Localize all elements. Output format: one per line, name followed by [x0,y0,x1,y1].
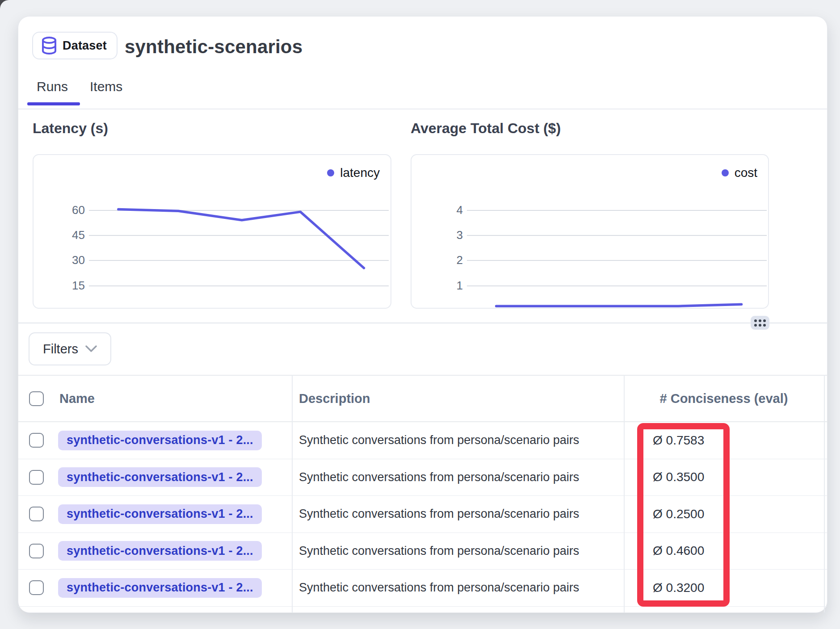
active-tab-indicator [27,102,80,105]
chevron-down-icon [85,345,97,352]
section-divider [18,323,827,323]
row-checkbox[interactable] [29,507,44,521]
column-header-description[interactable]: Description [299,391,370,406]
run-name-pill[interactable]: synthetic-conversations-v1 - 2... [58,467,262,487]
run-description: Synthetic conversations from persona/sce… [299,581,579,594]
conciseness-value: Ø 0.2500 [653,507,704,521]
select-all-checkbox[interactable] [29,391,44,406]
database-icon [41,37,57,55]
tab-runs[interactable]: Runs [37,79,68,94]
latency-legend-label: latency [340,166,380,180]
table-row[interactable]: synthetic-conversations-v1 - 2... Synthe… [18,422,827,459]
cost-chart-title: Average Total Cost ($) [411,120,561,137]
conciseness-value: Ø 0.4600 [653,544,704,558]
runs-table: Name Description # Conciseness (eval) sy… [18,375,827,607]
row-checkbox[interactable] [29,580,44,595]
row-checkbox[interactable] [29,470,44,485]
tab-bar: Runs Items [18,79,827,109]
page: { "window": { "bg": "#eef0f3" }, "header… [0,0,840,629]
table-body: synthetic-conversations-v1 - 2... Synthe… [18,422,827,607]
run-name-pill[interactable]: synthetic-conversations-v1 - 2... [58,431,262,450]
column-divider [824,375,825,612]
dataset-badge-label: Dataset [63,39,107,53]
latency-legend[interactable]: latency [327,166,380,180]
run-description: Synthetic conversations from persona/sce… [299,544,579,558]
column-header-conciseness[interactable]: # Conciseness (eval) [660,391,788,406]
tab-items[interactable]: Items [90,79,122,94]
cost-legend-label: cost [735,166,757,180]
table-row[interactable]: synthetic-conversations-v1 - 2... Synthe… [18,533,827,570]
column-divider [624,375,625,612]
dataset-card: Dataset synthetic-scenarios Runs Items L… [18,16,827,613]
cost-legend[interactable]: cost [722,166,757,180]
filters-button[interactable]: Filters [29,332,111,365]
dataset-badge: Dataset [32,32,118,59]
drag-handle-button[interactable] [751,316,769,330]
table-header-row: Name Description # Conciseness (eval) [18,376,827,422]
page-title: synthetic-scenarios [125,36,302,58]
legend-dot-icon [327,169,334,176]
cost-chart: 4321 cost [411,154,769,309]
table-row[interactable]: synthetic-conversations-v1 - 2... Synthe… [18,496,827,533]
conciseness-value: Ø 0.3200 [653,581,704,595]
tab-bar-divider [18,109,827,109]
row-checkbox[interactable] [29,544,44,558]
latency-chart-title: Latency (s) [33,120,108,137]
run-description: Synthetic conversations from persona/sce… [299,507,579,520]
run-description: Synthetic conversations from persona/sce… [299,470,579,484]
filters-button-label: Filters [43,342,78,356]
latency-chart: 60453015 latency [33,154,391,309]
run-name-pill[interactable]: synthetic-conversations-v1 - 2... [58,504,262,524]
legend-dot-icon [722,169,729,176]
run-description: Synthetic conversations from persona/sce… [299,433,579,447]
row-checkbox[interactable] [29,433,44,448]
conciseness-value: Ø 0.7583 [653,433,704,447]
grip-icon [754,319,757,322]
conciseness-value: Ø 0.3500 [653,470,704,484]
table-row[interactable]: synthetic-conversations-v1 - 2... Synthe… [18,570,827,607]
run-name-pill[interactable]: synthetic-conversations-v1 - 2... [58,578,262,598]
run-name-pill[interactable]: synthetic-conversations-v1 - 2... [58,541,262,561]
column-divider [292,375,293,612]
table-row[interactable]: synthetic-conversations-v1 - 2... Synthe… [18,459,827,496]
column-header-name[interactable]: Name [59,391,95,406]
